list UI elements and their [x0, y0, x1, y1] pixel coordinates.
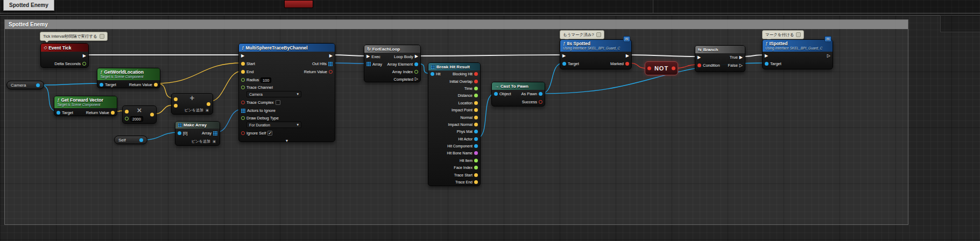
multiply-input-b-pin[interactable] [125, 117, 129, 120]
delta-seconds-pin[interactable] [82, 62, 86, 66]
target-pin[interactable] [562, 62, 566, 66]
trace-channel-pin[interactable] [241, 86, 245, 89]
node-cast-to-pawn[interactable]: → Cast To Pawn Object As Pawn Success [491, 82, 545, 107]
node-not[interactable]: NOT [645, 61, 678, 75]
time-pin[interactable] [474, 87, 478, 90]
face-index-pin[interactable] [474, 166, 478, 169]
node-break-hit-result[interactable]: Break Hit Result Hit Blocking Hit Initia… [428, 62, 481, 186]
not-input-pin[interactable] [647, 67, 651, 70]
target-pin[interactable] [765, 62, 769, 66]
node-get-world-location[interactable]: ƒ GetWorldLocation Target is Scene Compo… [97, 68, 160, 88]
return-value-pin[interactable] [154, 83, 158, 87]
pin-label: Distance [458, 94, 473, 97]
trace-complex-checkbox[interactable] [276, 100, 280, 105]
end-pin[interactable] [241, 70, 245, 74]
node-multi-sphere-trace-by-channel[interactable]: ƒ MultiSphereTraceByChannel ▶ ▶ Start Ou… [238, 43, 335, 142]
blocking-hit-pin[interactable] [474, 72, 478, 76]
comment-header[interactable]: Spotted Enemy [5, 20, 908, 29]
radius-value[interactable]: 100 [260, 77, 271, 83]
array-index-pin[interactable] [414, 70, 418, 74]
not-output-pin[interactable] [672, 67, 675, 70]
impact-normal-pin[interactable] [474, 123, 478, 126]
hit-actor-pin[interactable] [474, 137, 478, 141]
bubble-pin-icon[interactable] [100, 34, 104, 39]
element-0-pin[interactable] [178, 131, 181, 135]
hit-pin[interactable] [431, 72, 434, 76]
tab-spotted-enemy[interactable]: Spotted Enemy [3, 0, 54, 11]
hit-component-pin[interactable] [474, 144, 478, 148]
ignore-self-checkbox[interactable]: ✓ [267, 131, 272, 136]
draw-debug-type-dropdown[interactable]: For Duration ▾ [246, 122, 301, 128]
node-variable-self[interactable]: Self [114, 136, 147, 144]
success-pin[interactable] [539, 100, 542, 104]
node-event-tick[interactable]: ◇ Event Tick ▶ Delta Seconds [40, 43, 89, 68]
node-multiply[interactable]: × 2000 [122, 105, 157, 124]
marked-pin[interactable] [625, 62, 629, 66]
target-pin[interactable] [100, 83, 103, 87]
trace-complex-pin[interactable] [241, 101, 245, 104]
as-pawn-pin[interactable] [539, 92, 542, 96]
actors-to-ignore-pin[interactable] [241, 109, 245, 113]
array-element-pin[interactable] [414, 62, 418, 66]
add-pin-button[interactable]: ピンを追加 + [185, 108, 210, 113]
array-pin[interactable] [366, 62, 371, 66]
add-output-pin[interactable] [207, 102, 210, 106]
initial-overlap-pin[interactable] [474, 80, 478, 83]
exec-in-pin[interactable]: ▶ [562, 54, 566, 58]
node-ispotted[interactable]: ƒ ISpotted Using Interface SKEL_BPI_Guar… [762, 39, 833, 69]
location-pin[interactable] [474, 101, 478, 105]
node-variable-camera[interactable]: Camera [6, 81, 44, 89]
self-output-pin[interactable] [139, 138, 143, 142]
trace-end-pin[interactable] [474, 180, 478, 184]
hit-bone-name-pin[interactable] [474, 151, 478, 155]
node-for-each-loop[interactable]: ↻ ForEachLoop ▶ Exec Loop Body ▶ Array A… [364, 45, 421, 82]
out-hits-pin[interactable] [328, 62, 333, 66]
node-branch[interactable]: ⇆ Branch ▶ True ▶ Condition False ▷ [695, 45, 745, 72]
add-input-a-pin[interactable] [174, 97, 178, 101]
draw-debug-type-pin[interactable] [241, 116, 245, 120]
pin-label: Impact Normal [448, 123, 473, 126]
phys-mat-pin[interactable] [474, 130, 478, 133]
start-pin[interactable] [241, 62, 245, 66]
node-iis-spotted[interactable]: ƒ IIs Spotted Using Interface SKEL_BPI_G… [560, 39, 632, 69]
multiply-b-value[interactable]: 2000 [130, 116, 143, 122]
completed-pin[interactable]: ▷ [415, 77, 418, 81]
add-input-b-pin[interactable] [174, 104, 178, 108]
return-value-pin[interactable] [111, 111, 115, 115]
true-pin[interactable]: ▶ [739, 55, 743, 60]
bubble-pin-icon[interactable] [796, 32, 801, 37]
exec-in-pin[interactable]: ▶ [241, 54, 244, 58]
collapse-arrow-icon[interactable]: ▼ [285, 139, 289, 143]
exec-in-pin[interactable]: ▶ [366, 54, 370, 59]
node-make-array[interactable]: Make Array [0] Array ピンを追加 + [175, 121, 220, 146]
bubble-pin-icon[interactable] [596, 32, 601, 37]
ignore-self-pin[interactable] [241, 131, 245, 135]
multiply-output-pin[interactable] [150, 113, 154, 117]
exec-out-pin[interactable]: ▶ [626, 54, 629, 58]
multiply-input-a-pin[interactable] [125, 110, 129, 114]
condition-pin[interactable] [697, 63, 701, 67]
radius-pin[interactable] [241, 78, 245, 82]
return-value-pin[interactable] [329, 70, 333, 74]
camera-output-pin[interactable] [36, 83, 40, 87]
loop-body-pin[interactable]: ▶ [415, 54, 418, 59]
node-get-forward-vector[interactable]: ƒ Get Forward Vector Target is Scene Com… [54, 96, 117, 116]
add-pin-button[interactable]: ピンを追加 + [192, 139, 217, 144]
array-output-pin[interactable] [213, 131, 217, 136]
exec-in-pin[interactable]: ▶ [765, 54, 768, 58]
exec-out-pin[interactable]: ▶ [329, 54, 333, 58]
target-pin[interactable] [57, 111, 60, 115]
distance-pin[interactable] [474, 94, 478, 97]
hit-item-pin[interactable] [474, 159, 478, 162]
exec-out-pin[interactable]: ▶ [83, 54, 86, 58]
impact-point-pin[interactable] [474, 108, 478, 112]
node-add[interactable]: + ピンを追加 + [171, 93, 213, 115]
exec-in-pin[interactable]: ▶ [697, 55, 701, 60]
pin-label: Impact Point [452, 108, 473, 112]
object-pin[interactable] [494, 92, 498, 96]
trace-start-pin[interactable] [474, 173, 478, 177]
exec-out-pin[interactable]: ▷ [827, 54, 830, 58]
false-pin[interactable]: ▷ [739, 63, 743, 68]
normal-pin[interactable] [474, 116, 478, 119]
trace-channel-dropdown[interactable]: Camera ▾ [246, 91, 301, 97]
